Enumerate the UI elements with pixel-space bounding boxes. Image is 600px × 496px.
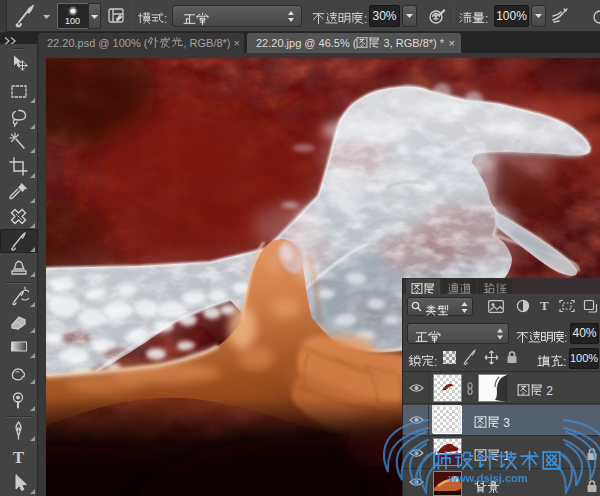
svg-text:www.dsjsj.com: www.dsjsj.com bbox=[447, 472, 527, 484]
svg-text:T: T bbox=[13, 448, 25, 467]
